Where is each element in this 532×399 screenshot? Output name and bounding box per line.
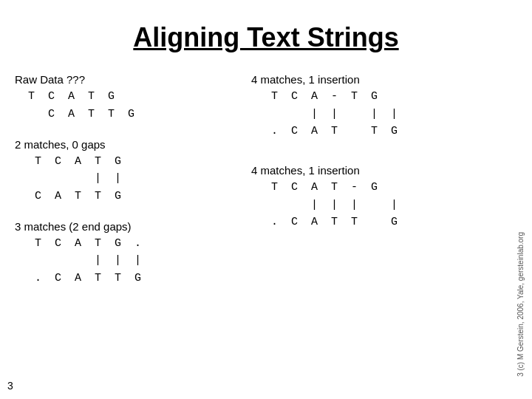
three-matches-section: 3 matches (2 end gaps) T C A T G . | | |…	[15, 218, 251, 287]
four-matches-top-section: 4 matches, 1 insertion T C A - T G | | |…	[251, 71, 502, 140]
left-column: Raw Data ??? T C A T G C A T T G 2 match…	[15, 71, 251, 300]
two-matches-label: 2 matches, 0 gaps	[15, 136, 251, 153]
raw-data-section: Raw Data ??? T C A T G C A T T G	[15, 71, 251, 123]
raw-data-lines: T C A T G C A T T G	[15, 88, 251, 123]
three-matches-lines: T C A T G . | | | . C A T T G	[15, 235, 251, 287]
two-matches-lines: T C A T G | | C A T T G	[15, 153, 251, 205]
content-area: Raw Data ??? T C A T G C A T T G 2 match…	[15, 71, 517, 300]
four-matches-top-lines: T C A - T G | | | | . C A T T G	[251, 88, 502, 140]
raw-data-label: Raw Data ???	[15, 71, 251, 88]
three-matches-label: 3 matches (2 end gaps)	[15, 218, 251, 235]
four-matches-bottom-lines: T C A T - G | | | | . C A T T G	[251, 179, 502, 231]
right-column: 4 matches, 1 insertion T C A - T G | | |…	[251, 71, 502, 300]
watermark: 3 (c) M Gerstein, 2006, Yale, gersteinla…	[516, 232, 525, 377]
four-matches-bottom-label: 4 matches, 1 insertion	[251, 162, 502, 179]
slide-number: 3	[7, 380, 13, 392]
two-matches-section: 2 matches, 0 gaps T C A T G | | C A T T …	[15, 136, 251, 205]
four-matches-top-label: 4 matches, 1 insertion	[251, 71, 502, 88]
slide: Aligning Text Strings Raw Data ??? T C A…	[0, 0, 532, 399]
slide-title: Aligning Text Strings	[15, 22, 517, 53]
four-matches-bottom-section: 4 matches, 1 insertion T C A T - G | | |…	[251, 162, 502, 231]
